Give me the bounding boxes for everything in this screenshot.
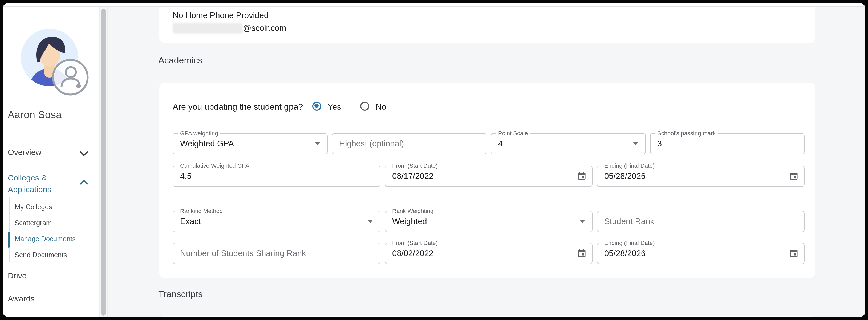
radio-yes[interactable] — [312, 101, 321, 110]
dropdown-arrow-icon — [315, 142, 320, 145]
sidebar-item-label: Overview — [8, 147, 41, 156]
email-row: @scoir.com — [173, 22, 286, 34]
field-value: 3 — [657, 139, 788, 148]
redacted-email-local-part — [173, 23, 243, 33]
field-label: Rank Weighting — [390, 207, 436, 214]
transcripts-heading: Transcripts — [158, 289, 203, 299]
sidebar-item-overview[interactable]: Overview — [8, 147, 41, 156]
rank-end-date-input[interactable]: Ending (Final Date) 05/28/2026 — [597, 243, 805, 264]
chevron-down-icon[interactable] — [80, 148, 88, 156]
field-value: Weighted GPA — [180, 139, 311, 148]
dropdown-arrow-icon — [368, 220, 373, 223]
sidebar-item-drive[interactable]: Drive — [8, 271, 27, 280]
field-value: 08/17/2022 — [392, 171, 576, 181]
field-label: From (Start Date) — [390, 239, 440, 246]
gpa-fields-row-2: Cumulative Weighted GPA 4.5 From (Start … — [173, 165, 805, 187]
home-phone-status: No Home Phone Provided — [173, 10, 269, 20]
field-value: 05/28/2026 — [604, 171, 788, 181]
calendar-icon[interactable] — [789, 248, 799, 258]
rank-start-date-input[interactable]: From (Start Date) 08/02/2022 — [385, 243, 592, 264]
sidebar-item-awards[interactable]: Awards — [8, 294, 35, 303]
academics-card: Are you updating the student gpa? Yes No… — [159, 82, 815, 278]
sidebar-item-my-colleges[interactable]: My Colleges — [14, 202, 52, 211]
highest-optional-input[interactable]: Highest (optional) — [332, 133, 487, 154]
main-content: No Home Phone Provided @scoir.com Academ… — [107, 7, 865, 317]
calendar-icon[interactable] — [789, 171, 799, 181]
field-label: Ranking Method — [178, 207, 225, 214]
sidebar-item-label: Colleges & Applications — [8, 173, 52, 194]
field-placeholder: Student Rank — [604, 217, 788, 226]
field-value: Exact — [180, 217, 364, 226]
active-item-indicator — [8, 231, 9, 247]
sidebar-item-colleges-applications[interactable]: Colleges & Applications — [8, 172, 74, 195]
top-header-strip — [3, 3, 865, 7]
field-value: 4.5 — [180, 171, 364, 181]
dropdown-arrow-icon — [580, 220, 585, 223]
sidebar-item-send-documents[interactable]: Send Documents — [14, 251, 67, 258]
rank-fields-row-1: Ranking Method Exact Rank Weighting Weig… — [173, 211, 805, 232]
sidebar-item-scattergram[interactable]: Scattergram — [14, 219, 52, 227]
radio-no[interactable] — [360, 101, 369, 110]
field-label: Point Scale — [496, 130, 530, 136]
avatar-badge-person-icon — [51, 58, 90, 96]
field-value: 4 — [498, 139, 629, 148]
cumulative-gpa-input[interactable]: Cumulative Weighted GPA 4.5 — [173, 165, 380, 187]
rank-weighting-select[interactable]: Rank Weighting Weighted — [385, 211, 592, 232]
contact-info-card: No Home Phone Provided @scoir.com — [159, 7, 815, 43]
point-scale-select[interactable]: Point Scale 4 — [491, 133, 646, 154]
scrollbar-thumb[interactable] — [101, 8, 105, 316]
gpa-start-date-input[interactable]: From (Start Date) 08/17/2022 — [385, 165, 592, 187]
screenshot-stage: Aaron Sosa Overview Colleges & Applicati… — [0, 0, 868, 320]
field-placeholder: Number of Students Sharing Rank — [180, 248, 364, 258]
subnav-guide-line — [8, 197, 9, 262]
profile-name: Aaron Sosa — [8, 109, 62, 121]
ranking-method-select[interactable]: Ranking Method Exact — [173, 211, 380, 232]
app-window: Aaron Sosa Overview Colleges & Applicati… — [3, 3, 865, 317]
transcripts-card-edge — [159, 316, 815, 317]
email-domain: @scoir.com — [243, 23, 286, 33]
gpa-question-text: Are you updating the student gpa? — [173, 102, 303, 111]
field-label: GPA weighting — [178, 130, 220, 136]
gpa-question-row: Are you updating the student gpa? Yes No — [159, 101, 815, 114]
rank-fields-row-2: Number of Students Sharing Rank From (St… — [173, 243, 805, 264]
dropdown-arrow-icon — [633, 142, 638, 145]
field-value: 05/28/2026 — [604, 248, 788, 258]
field-placeholder: Highest (optional) — [339, 139, 470, 148]
passing-mark-input[interactable]: School's passing mark 3 — [650, 133, 805, 154]
edit-avatar-badge[interactable] — [51, 58, 90, 96]
calendar-icon[interactable] — [577, 248, 587, 258]
gpa-fields-row-1: GPA weighting Weighted GPA Highest (opti… — [173, 133, 805, 154]
gpa-end-date-input[interactable]: Ending (Final Date) 05/28/2026 — [597, 165, 805, 187]
field-label: Cumulative Weighted GPA — [178, 162, 251, 168]
field-label: From (Start Date) — [390, 162, 440, 168]
field-value: Weighted — [392, 217, 576, 226]
students-sharing-rank-input[interactable]: Number of Students Sharing Rank — [173, 243, 380, 264]
academics-heading: Academics — [158, 55, 203, 66]
field-label: Ending (Final Date) — [602, 239, 657, 246]
field-label: Ending (Final Date) — [602, 162, 657, 168]
field-value: 08/02/2022 — [392, 248, 576, 258]
chevron-up-icon[interactable] — [80, 180, 88, 188]
scrollbar-track[interactable] — [99, 7, 107, 317]
gpa-weighting-select[interactable]: GPA weighting Weighted GPA — [173, 133, 328, 154]
field-label: School's passing mark — [655, 130, 718, 136]
student-rank-input[interactable]: Student Rank — [597, 211, 805, 232]
profile-sidebar: Aaron Sosa Overview Colleges & Applicati… — [3, 7, 99, 317]
calendar-icon[interactable] — [577, 171, 587, 181]
radio-yes-label[interactable]: Yes — [328, 102, 341, 111]
radio-no-label[interactable]: No — [376, 102, 386, 111]
sidebar-item-manage-documents[interactable]: Manage Documents — [14, 234, 76, 243]
